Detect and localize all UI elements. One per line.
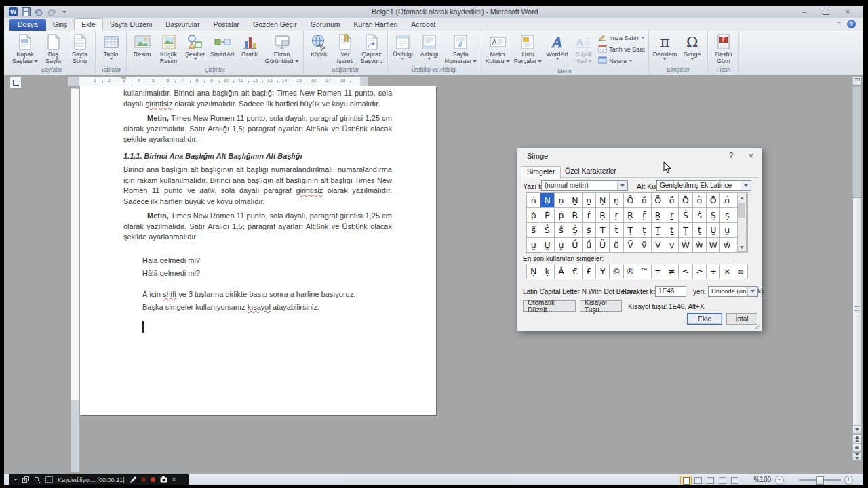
symbol-cell[interactable]: Ẃ — [707, 238, 720, 253]
recorder-windows-icon[interactable] — [22, 476, 29, 483]
recent-symbol-cell[interactable]: © — [610, 264, 623, 279]
web-layout-view-button[interactable] — [705, 476, 716, 485]
word-logo-icon[interactable]: W — [8, 7, 18, 17]
tab-dosya[interactable]: Dosya — [9, 19, 46, 30]
symbol-cell[interactable]: Ṿ — [651, 238, 665, 253]
symbol-cell[interactable]: ṇ — [554, 193, 568, 208]
save-icon[interactable] — [21, 7, 31, 17]
symbol-cell[interactable]: ṹ — [582, 238, 595, 253]
recent-symbol-cell[interactable]: ḳ — [540, 264, 554, 279]
recent-symbol-cell[interactable]: ÷ — [707, 264, 720, 279]
symbol-cell[interactable]: ṷ — [554, 238, 568, 253]
symbol-cell[interactable]: Ṝ — [623, 208, 637, 223]
horizontal-ruler[interactable]: 123456789101112131415161718 — [68, 77, 368, 86]
symbol-cell[interactable]: Ṻ — [595, 238, 609, 253]
tab-kuran-harfleri[interactable]: Kuran Harfleri — [347, 19, 405, 30]
symbol-cell[interactable]: ṵ — [527, 238, 540, 253]
dialog-close-icon[interactable]: × — [748, 150, 753, 161]
font-dropdown[interactable]: (normal metin) — [541, 180, 628, 191]
symbol-cell[interactable]: ṗ — [554, 208, 568, 223]
symbol-cell[interactable]: Ṓ — [707, 193, 720, 208]
insert-button[interactable]: Ekle — [687, 313, 722, 325]
ribbon-button-köprü[interactable]: Köprü — [306, 31, 332, 58]
symbol-cell[interactable]: ṫ — [610, 223, 623, 238]
from-dropdown[interactable]: Unicode (onaltılık) — [708, 286, 758, 297]
zoom-slider-thumb[interactable] — [816, 476, 824, 485]
ribbon-button-resim[interactable]: Resim — [129, 31, 155, 58]
symbol-cell[interactable]: ṋ — [610, 193, 623, 208]
ribbon-button-şekiller[interactable]: Şekiller — [182, 31, 208, 60]
symbol-cell[interactable]: ṏ — [665, 193, 678, 208]
symbol-cell[interactable]: ṉ — [582, 193, 595, 208]
symbol-cell[interactable]: ṭ — [637, 223, 651, 238]
recent-symbol-cell[interactable]: ∞ — [734, 264, 747, 279]
ribbon-button-grafik[interactable]: Grafik — [237, 31, 263, 58]
tab-sayfa-düzeni[interactable]: Sayfa Düzeni — [103, 19, 159, 30]
symbol-cell[interactable]: ṓ — [720, 193, 734, 208]
symbol-cell[interactable]: ṩ — [582, 223, 595, 238]
recorder-zoom-icon[interactable] — [34, 476, 41, 483]
document-page[interactable]: kullanılmalıdır. Birinci ana başlığın al… — [80, 86, 436, 415]
symbol-cell[interactable]: Ṑ — [679, 193, 692, 208]
symbol-cell[interactable]: Ṋ — [595, 193, 609, 208]
ribbon-button-üstbilgi[interactable]: Üstbilgi — [390, 31, 416, 60]
symbol-cell[interactable]: Ṭ — [623, 223, 637, 238]
help-icon[interactable]: ? — [847, 20, 856, 28]
ribbon-button-ekran-görüntüsü[interactable]: EkranGörüntüsü — [263, 31, 301, 64]
print-layout-view-button[interactable] — [680, 476, 692, 485]
recorder-region-icon[interactable] — [45, 476, 53, 483]
ribbon-button-tarih-ve-saat[interactable]: Tarih ve Saat — [598, 44, 645, 54]
ribbon-button-altbilgi[interactable]: Altbilgi — [416, 31, 443, 60]
collapse-ribbon-icon[interactable]: ⌃ — [836, 21, 842, 28]
symbol-cell[interactable]: Ṉ — [568, 193, 582, 208]
dialog-help-icon[interactable]: ? — [729, 151, 733, 159]
symbol-cell[interactable]: Ṽ — [623, 238, 637, 253]
ribbon-button-kapak-sayfası[interactable]: KapakSayfası — [10, 31, 40, 64]
next-page-button[interactable] — [852, 452, 861, 461]
recorder-camera-icon[interactable] — [160, 476, 167, 483]
scroll-down-button[interactable] — [852, 425, 861, 434]
symbol-cell[interactable]: Ṣ — [707, 208, 720, 223]
dialog-resize-grip[interactable] — [755, 324, 760, 329]
tab-gözden-geçir[interactable]: Gözden Geçir — [246, 19, 304, 30]
record-dot-icon[interactable] — [141, 477, 146, 482]
shortcut-key-button[interactable]: Kısayol Tuşu... — [580, 300, 622, 312]
symbol-cell[interactable]: Ẁ — [679, 238, 692, 253]
ribbon-button-wordart[interactable]: AWordArt — [544, 31, 570, 60]
recorder-menu-icon[interactable] — [14, 479, 18, 481]
symbol-cell[interactable]: ṯ — [665, 223, 678, 238]
tab-giriş[interactable]: Giriş — [46, 19, 75, 30]
tab-ozel-karakterler[interactable]: Özel Karakterler — [559, 166, 622, 178]
symbol-cell[interactable]: Ṡ — [679, 208, 692, 223]
ribbon-button-metin-kutusu[interactable]: AMetinKutusu — [484, 31, 512, 64]
redo-icon[interactable] — [47, 7, 56, 17]
recent-symbol-cell[interactable]: ≤ — [679, 264, 692, 279]
ribbon-button-smartart[interactable]: SmartArt — [208, 31, 237, 58]
minimize-button[interactable]: – — [795, 7, 814, 16]
symbol-cell[interactable]: ṟ — [665, 208, 678, 223]
cancel-button[interactable]: İptal — [726, 313, 757, 325]
symbol-cell[interactable]: ẁ — [692, 238, 706, 253]
dialog-title-bar[interactable]: Simge ? × — [517, 148, 762, 165]
symbol-cell[interactable]: ṿ — [665, 238, 678, 253]
recent-symbol-cell[interactable]: £ — [582, 264, 595, 279]
ribbon-button-flash-ı-göm[interactable]: FFlash'ıGöm — [710, 31, 736, 64]
tab-simgeler[interactable]: Simgeler — [521, 166, 561, 179]
maximize-button[interactable] — [816, 7, 835, 16]
symbol-cell[interactable]: Ṫ — [595, 223, 609, 238]
ribbon-button-yer-i-şareti[interactable]: Yerİşareti — [332, 31, 359, 64]
recent-symbol-cell[interactable]: Â — [554, 264, 568, 279]
zoom-slider[interactable] — [799, 479, 841, 481]
symbol-cell[interactable]: ṍ — [637, 193, 651, 208]
symbol-cell[interactable]: ṅ — [527, 193, 540, 208]
symbol-cell[interactable]: Ṧ — [540, 223, 554, 238]
recorder-draw-icon[interactable] — [130, 476, 136, 483]
recent-symbol-cell[interactable]: × — [720, 264, 734, 279]
zoom-in-button[interactable]: + — [844, 476, 853, 485]
symbol-cell[interactable]: ṝ — [637, 208, 651, 223]
grid-scroll-down-button[interactable] — [738, 243, 746, 251]
symbol-cell[interactable]: ṱ — [692, 223, 706, 238]
symbol-cell[interactable]: ṳ — [720, 223, 734, 238]
tab-acrobat[interactable]: Acrobat — [404, 19, 442, 30]
recent-symbol-cell[interactable]: € — [568, 264, 582, 279]
